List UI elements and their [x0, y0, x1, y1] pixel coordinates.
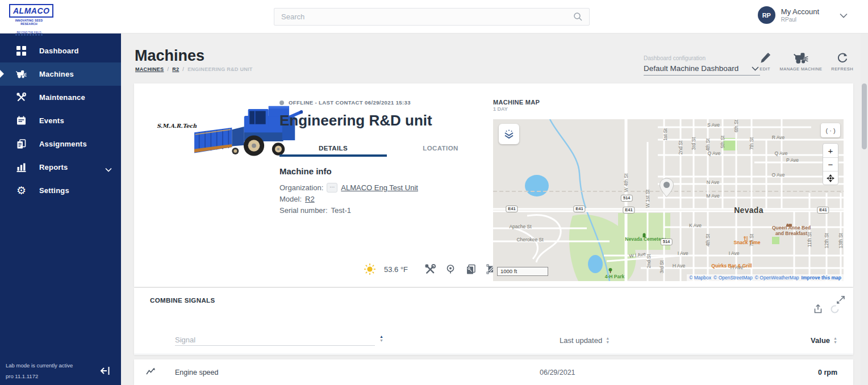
organization-more-button[interactable]: ··· — [327, 183, 337, 192]
scrollbar-thumb[interactable] — [862, 83, 867, 149]
column-last-updated[interactable]: Last updated ▲ ▼ — [560, 336, 610, 345]
machine-map[interactable]: S AveR AveQ AveQ AveP AveO AveN AveM Ave… — [493, 119, 844, 281]
location-pin-icon — [445, 264, 456, 274]
search-input[interactable] — [280, 12, 573, 22]
sidebar-item-dashboard[interactable]: Dashboard — [0, 39, 121, 62]
openweathermap-link[interactable]: © OpenWeatherMap — [755, 275, 799, 281]
map-label: I Ave — [729, 250, 740, 256]
map-label: Quirks Bar & Grill — [711, 263, 752, 269]
map-geolocate-button[interactable]: ( · ) — [821, 123, 840, 137]
sidebar-collapse-button[interactable] — [98, 363, 113, 378]
map-label: 1st St — [662, 128, 668, 141]
combine-signals-title: COMBINE SIGNALS — [150, 297, 215, 304]
auto-refresh-button[interactable] — [830, 304, 840, 316]
manage-machine-label: MANAGE MACHINE — [780, 66, 823, 72]
map-fit-bounds-button[interactable] — [823, 171, 838, 185]
chevron-down-icon — [840, 10, 848, 20]
map-label: Q Ave — [775, 150, 788, 156]
sort-last-updated-button[interactable]: ▲ ▼ — [606, 337, 610, 344]
sort-value-button[interactable]: ▲ ▼ — [833, 337, 837, 344]
sidebar-item-maintenance[interactable]: Maintenance — [0, 86, 121, 109]
sort-down-icon: ▼ — [833, 341, 837, 344]
maintenance-tools-button[interactable] — [424, 263, 436, 275]
edit-button[interactable]: EDIT — [760, 52, 771, 72]
export-icon — [813, 304, 823, 314]
map-labels: S AveR AveQ AveQ AveP AveO AveN AveM Ave… — [493, 119, 844, 281]
mapbox-link[interactable]: © Mapbox — [689, 275, 711, 281]
active-tab-indicator — [279, 154, 387, 157]
offline-status-dot — [279, 101, 284, 105]
map-scale: 1000 ft — [497, 267, 548, 276]
tab-location[interactable]: LOCATION — [387, 140, 494, 158]
refresh-label: REFRESH — [831, 66, 853, 72]
map-label: Cherokee St — [516, 237, 543, 242]
breadcrumb-separator: / — [167, 66, 169, 72]
map-label: 2nd St — [678, 141, 683, 155]
signal-name: Engine speed — [175, 369, 218, 376]
harvester-icon — [794, 52, 808, 64]
signal-row-engine-speed[interactable]: Engine speed 06/29/2021 0 rpm — [134, 359, 853, 385]
sidebar-item-assignments[interactable]: Assignments — [0, 132, 121, 156]
sidebar: Dashboard Machines — [0, 34, 121, 385]
last-updated-label: Last updated — [560, 336, 602, 345]
sidebar-item-reports[interactable]: Reports — [0, 156, 121, 179]
sidebar-item-label: Settings — [39, 186, 69, 195]
sort-signal-button[interactable]: ▲ ▼ — [379, 335, 383, 342]
breadcrumb-machines[interactable]: MACHINES — [135, 66, 164, 72]
sidebar-nav: Dashboard Machines — [0, 34, 121, 202]
breadcrumb: MACHINES / R2 / ENGINEERING R&D UNIT — [135, 66, 253, 72]
temperature-value: 53.6 °F — [384, 265, 408, 274]
map-label: 4-H Park — [605, 274, 625, 279]
account-menu[interactable]: RP My Account RPaul — [758, 6, 848, 24]
app-root: ALMACO INNOVATING SEED RESEARCH ..BEYOND… — [0, 0, 868, 385]
calendar-icon — [16, 115, 27, 126]
map-label: 4th St — [705, 234, 711, 246]
refresh-button[interactable]: REFRESH — [831, 52, 853, 72]
location-pin-button[interactable] — [444, 263, 457, 275]
map-zoom-in-button[interactable]: + — [823, 144, 838, 157]
sidebar-item-settings[interactable]: ⚙ Settings — [0, 179, 121, 202]
map-label: P Ave — [786, 157, 799, 163]
sidebar-item-events[interactable]: Events — [0, 109, 121, 132]
map-label: 514 — [621, 195, 633, 202]
machine-location-marker[interactable] — [659, 178, 674, 200]
documents-icon — [16, 139, 27, 149]
map-label: 6th St — [733, 120, 739, 132]
openstreetmap-link[interactable]: © OpenStreetMap — [713, 275, 753, 281]
expand-icon — [836, 295, 845, 304]
organization-link[interactable]: ALMACO Eng Test Unit — [341, 183, 418, 192]
global-search[interactable] — [274, 8, 590, 26]
signal-filter[interactable] — [175, 334, 375, 346]
map-label: W 1st St — [645, 190, 650, 208]
breadcrumb-r2[interactable]: R2 — [172, 66, 179, 72]
almaco-logo-text: ALMACO — [9, 4, 53, 18]
logo-tagline2: ..BEYOND THE FIELD.. — [15, 31, 43, 35]
export-button[interactable] — [813, 304, 823, 316]
map-layers-button[interactable] — [499, 124, 519, 144]
map-label: H Ave — [673, 263, 686, 269]
map-title: MACHINE MAP — [493, 99, 540, 106]
organization-row: Organization: ··· ALMACO Eng Test Unit — [279, 183, 418, 192]
account-labels: My Account RPaul — [781, 7, 819, 23]
dashboard-configuration-select[interactable]: Default Machine Dashboard — [644, 62, 760, 76]
map-subtitle: 1 DAY — [493, 106, 508, 112]
column-value[interactable]: Value ▲ ▼ — [811, 336, 837, 345]
manage-machine-button[interactable]: MANAGE MACHINE — [780, 52, 823, 72]
notes-button[interactable] — [465, 263, 477, 275]
map-label: E41 — [623, 207, 635, 214]
signal-last-updated: 06/29/2021 — [540, 369, 575, 376]
model-link[interactable]: R2 — [305, 195, 315, 203]
page-scrollbar[interactable] — [861, 34, 868, 385]
map-zoom-out-button[interactable]: − — [823, 157, 838, 171]
chevron-down-icon — [752, 66, 759, 71]
sidebar-item-machines[interactable]: Machines — [0, 62, 121, 86]
combine-signals-card: COMBINE SIGNALS ▲ ▼ Last updated ▲ — [134, 288, 853, 355]
improve-map-link[interactable]: Improve this map — [802, 275, 841, 281]
chevron-down-icon — [105, 164, 112, 174]
serial-label: Serial number: — [279, 206, 328, 215]
dashboard-icon — [16, 45, 27, 56]
model-label: Model: — [279, 195, 302, 203]
signal-filter-input[interactable] — [175, 334, 375, 346]
machine-name: Engineering R&D unit — [279, 112, 432, 129]
sidebar-item-label: Events — [39, 116, 64, 125]
